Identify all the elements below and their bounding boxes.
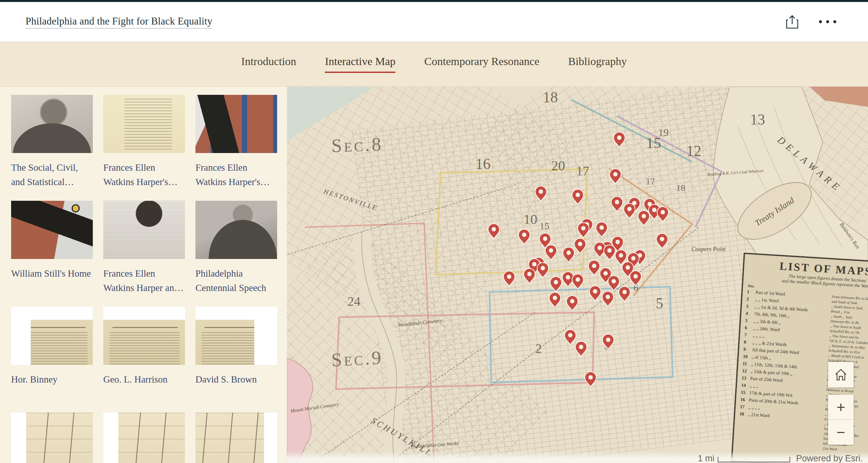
powered-by-esri-text: Powered by Esri. — [796, 454, 863, 463]
map-pin[interactable] — [550, 276, 562, 292]
map-label-17: 17 — [576, 163, 589, 178]
map-label-17: 17 — [646, 176, 655, 187]
media-card-title: Frances Ellen Watkins Harper's… — [195, 160, 277, 189]
share-icon — [786, 15, 798, 29]
map-pin[interactable] — [503, 271, 516, 286]
map-pin[interactable] — [549, 292, 561, 308]
minus-icon: − — [837, 424, 845, 441]
media-card[interactable]: Geo. L. Harrison — [103, 307, 185, 413]
marker-house-thumbnail — [195, 95, 277, 153]
map-pin[interactable] — [537, 262, 549, 278]
tab-introduction[interactable]: Introduction — [241, 55, 296, 73]
map-pin[interactable] — [656, 206, 669, 222]
media-card-title: Geo. L. Harrison — [103, 372, 185, 386]
list-of-maps-left-column: 1Part of 1st Ward2„ „ 1st. Ward3„ „ 1st … — [738, 288, 829, 451]
map-label-sec-8: Sec.8 — [331, 133, 383, 156]
map-pin[interactable] — [611, 196, 623, 212]
home-icon — [834, 369, 847, 381]
map-label-2: 2 — [535, 341, 542, 356]
media-card[interactable]: Frances Ellen Watkins Harper's… — [195, 95, 277, 201]
zoom-in-button[interactable]: + — [828, 395, 854, 420]
map-pin[interactable] — [571, 189, 584, 205]
interactive-map-canvas[interactable]: Sec.8Sec.9181620171015191512131718242356… — [287, 87, 868, 463]
map-label-20: 20 — [551, 158, 565, 174]
header-buttons — [783, 13, 837, 31]
county-line-corner — [287, 87, 375, 141]
map-label-18: 18 — [676, 183, 685, 193]
media-card-grid: The Social, Civil, and Statistical…Franc… — [0, 87, 287, 463]
map-pin[interactable] — [618, 286, 631, 302]
map-pin[interactable] — [518, 229, 530, 244]
engraving-thumbnail — [103, 201, 185, 259]
petition-b-thumbnail — [103, 307, 185, 365]
map-pin[interactable] — [577, 222, 590, 238]
media-card-title: David S. Brown — [195, 372, 277, 386]
content-area: The Social, Civil, and Statistical…Franc… — [0, 86, 868, 463]
map-pin[interactable] — [589, 285, 601, 301]
map-pin[interactable] — [535, 186, 547, 201]
scale-label: 1 mi — [698, 454, 714, 463]
ledger-c-thumbnail — [195, 413, 277, 463]
map-pin[interactable] — [613, 132, 625, 147]
map-pin[interactable] — [595, 222, 608, 237]
map-attribution-bar: 1 mi Powered by Esri. — [287, 451, 868, 463]
ellipsis-icon — [819, 20, 836, 23]
media-card[interactable]: The Social, Civil, and Statistical… — [11, 95, 93, 201]
map-pin[interactable] — [588, 260, 600, 276]
media-card[interactable]: Hor. Binney — [11, 307, 93, 413]
media-card[interactable]: Frances Ellen Watkins Harper an… — [103, 201, 185, 307]
media-card[interactable] — [195, 413, 277, 463]
tab-contemporary-resonance[interactable]: Contemporary Resonance — [424, 55, 539, 73]
share-button[interactable] — [783, 13, 801, 31]
media-card[interactable] — [103, 413, 185, 463]
media-card[interactable]: Philadelphia Centennial Speech — [195, 201, 277, 307]
media-card[interactable]: Frances Ellen Watkins Harper's… — [103, 95, 185, 201]
map-zoom-control: + − — [828, 395, 854, 445]
map-pin[interactable] — [602, 334, 614, 350]
woman-photo-thumbnail — [195, 201, 277, 259]
media-card[interactable]: William Still's Home — [11, 201, 93, 307]
story-title-link[interactable]: Philadelphia and the Fight for Black Equ… — [26, 16, 212, 28]
tab-bibliography[interactable]: Bibliography — [568, 55, 626, 73]
map-scale: 1 mi — [698, 454, 790, 463]
portrait-man-thumbnail — [11, 95, 93, 153]
media-sidebar[interactable]: The Social, Civil, and Statistical…Franc… — [0, 87, 287, 463]
ledger-a-thumbnail — [11, 413, 93, 463]
map-label-15: 15 — [646, 135, 661, 152]
map-pin[interactable] — [602, 291, 614, 307]
map-pin[interactable] — [523, 268, 536, 284]
still-home-thumbnail — [11, 201, 93, 259]
map-pin[interactable] — [623, 203, 636, 219]
media-card[interactable] — [11, 413, 93, 463]
map-pin[interactable] — [584, 372, 597, 387]
tab-interactive-map[interactable]: Interactive Map — [325, 55, 396, 73]
map-label-24: 24 — [347, 294, 361, 309]
map-pin[interactable] — [629, 270, 642, 286]
map-label-13: 13 — [750, 111, 765, 128]
map-label-sec-9: Sec.9 — [331, 346, 383, 371]
story-header: Philadelphia and the Fight for Black Equ… — [0, 2, 868, 42]
media-card-title: Frances Ellen Watkins Harper's… — [103, 160, 185, 189]
media-card-title: Hor. Binney — [11, 372, 93, 386]
map-pin[interactable] — [545, 244, 557, 260]
map-pin[interactable] — [656, 233, 668, 249]
map-pin[interactable] — [562, 247, 575, 263]
ward-boundary-teal — [571, 100, 692, 162]
map-pin[interactable] — [609, 168, 622, 184]
plus-icon: + — [837, 398, 845, 416]
map-pin[interactable] — [574, 238, 586, 254]
map-pin[interactable] — [603, 244, 616, 260]
ledger-b-thumbnail — [103, 413, 185, 463]
map-label-18: 18 — [543, 89, 558, 106]
zoom-out-button[interactable]: − — [828, 420, 854, 445]
map-pin[interactable] — [571, 274, 584, 289]
more-options-button[interactable] — [818, 13, 837, 31]
media-card-title: William Still's Home — [11, 266, 93, 281]
map-pin[interactable] — [488, 223, 500, 239]
map-home-button[interactable] — [828, 362, 854, 387]
petition-a-thumbnail — [11, 307, 93, 365]
map-pin[interactable] — [566, 295, 579, 311]
map-pin[interactable] — [575, 341, 587, 357]
media-card[interactable]: David S. Brown — [195, 307, 277, 413]
map-pin[interactable] — [638, 210, 650, 226]
